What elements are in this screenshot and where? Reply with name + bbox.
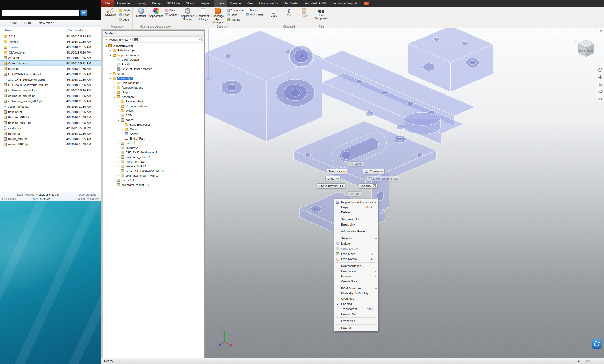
- file-row[interactable]: base.ipt4/5/2018 11:35 AM: [0, 66, 101, 71]
- tab-inspect[interactable]: Inspect: [199, 0, 214, 7]
- menu-item-contact-set[interactable]: Contact Set: [334, 311, 378, 317]
- tree-node[interactable]: ▷Representations: [103, 104, 204, 108]
- minimize-icon[interactable]: –: [591, 29, 592, 32]
- tree-node[interactable]: ▷collimator_mount:1: [103, 155, 204, 159]
- file-row[interactable]: mirror_MIR.ipt4/5/2018 11:35 AM: [0, 136, 101, 142]
- cut-button[interactable]: Cut: [282, 7, 296, 24]
- menu-item-repeat-visual-basic-editor[interactable]: Repeat Visual Basic Editor: [334, 200, 378, 205]
- file-row[interactable]: flexture4/5/2018 11:35 AM: [0, 39, 101, 44]
- new-folder-button[interactable]: New folder: [39, 21, 53, 25]
- tree-node[interactable]: ◢Assembly:1: [103, 94, 204, 99]
- collapse-icon[interactable]: ◢: [109, 77, 111, 79]
- tree-node[interactable]: ▷Relationships: [103, 81, 204, 85]
- viewport[interactable]: – □ × ⌂ FRONT RIGHT: [205, 28, 604, 358]
- expand-icon[interactable]: ▷: [113, 179, 116, 181]
- menu-item-isolate[interactable]: Isolate: [334, 241, 378, 246]
- tree-node[interactable]: ▷Solid2: [103, 132, 204, 136]
- menu-item-selection[interactable]: Selection▸: [334, 236, 378, 241]
- file-row[interactable]: CFC-2X-B-Solidworks_MIR.ipt4/5/2018 11:3…: [0, 82, 101, 88]
- tree-node[interactable]: ▷View: Default: [103, 57, 204, 62]
- menu-item-measure[interactable]: Measure▸: [334, 274, 378, 279]
- menu-item-delete[interactable]: Delete: [334, 210, 378, 215]
- expand-icon[interactable]: ▷: [117, 161, 120, 163]
- customize-button[interactable]: Customize: [226, 8, 244, 13]
- file-row[interactable]: CFC-2X-B-Solidworks.ipt4/5/2018 11:35 AM: [0, 71, 101, 77]
- tree-node[interactable]: ▷collimator_mount 2:1: [103, 183, 204, 187]
- expand-icon[interactable]: ▷: [121, 124, 124, 126]
- tree-node[interactable]: ▷CFC-2X-B-Solidworks_MIR:1: [103, 169, 204, 173]
- exchange-app-manager-button[interactable]: Exchange App Manager: [211, 7, 225, 24]
- add-ins-button[interactable]: Add-Ins: [226, 17, 244, 22]
- expand-icon[interactable]: ▷: [117, 156, 120, 158]
- tree-node[interactable]: ▷mirror:1: [103, 141, 204, 145]
- expand-icon[interactable]: ▷: [117, 114, 120, 116]
- column-header-name[interactable]: Name: [0, 27, 66, 33]
- file-row[interactable]: collimator_mount 2.ipt4/11/2018 5:10 PM: [0, 88, 101, 93]
- tree-node[interactable]: ▷Relationships: [103, 99, 204, 104]
- view-mode-dropdown[interactable]: Modeling View: [109, 38, 128, 41]
- desktop[interactable]: [0, 201, 101, 364]
- collapse-icon[interactable]: ◢: [105, 45, 107, 47]
- menu-item-add-to-new-folder[interactable]: Add to New Folder: [334, 229, 378, 234]
- file-row[interactable]: flexture_MIR.ipt4/5/2018 11:35 AM: [0, 115, 101, 120]
- group-label-measure[interactable]: Measure▾: [103, 24, 131, 29]
- burn-button[interactable]: Burn: [24, 21, 31, 25]
- menu-item-copy[interactable]: CopyCtrl+C: [334, 205, 378, 210]
- tab-sketch[interactable]: Sketch: [183, 0, 199, 7]
- file-row[interactable]: flexture_MIR1.ipt4/5/2018 11:35 AM: [0, 120, 101, 125]
- expand-icon[interactable]: ▷: [117, 105, 120, 107]
- tab-get-started[interactable]: Get Started: [281, 0, 302, 7]
- tree-node[interactable]: ▷Origin: [103, 127, 204, 132]
- file-row[interactable]: AOM.ipt4/5/2018 11:35 AM: [0, 55, 101, 60]
- menu-item-create-note[interactable]: Create Note: [334, 279, 378, 284]
- material-button[interactable]: Material: [134, 7, 148, 24]
- file-row[interactable]: mirror.ipt4/5/2018 11:35 AM: [0, 131, 101, 136]
- menu-item-bom-structure[interactable]: BOM Structure▸: [334, 286, 378, 291]
- menu-item-grounded[interactable]: ✓Grounded: [334, 296, 378, 301]
- find-component-button[interactable]: Find Component: [314, 7, 329, 24]
- look-at-icon[interactable]: [598, 98, 602, 100]
- paste-button[interactable]: Paste▾: [297, 7, 311, 24]
- file-row[interactable]: flexture.ipt4/5/2018 11:35 AM: [0, 109, 101, 115]
- expand-icon[interactable]: ▷: [117, 147, 120, 149]
- tree-node[interactable]: ▷Relationships: [103, 48, 204, 53]
- close-icon[interactable]: ×: [199, 32, 203, 36]
- address-input[interactable]: [2, 10, 79, 16]
- menu-item-how-to[interactable]: How To...: [334, 325, 378, 331]
- area-button[interactable]: Area: [118, 17, 131, 22]
- file-row[interactable]: mirror_MIR1.ipt4/5/2018 11:35 AM: [0, 142, 101, 147]
- loop-button[interactable]: Loop: [118, 13, 131, 17]
- restore-icon[interactable]: □: [596, 29, 597, 32]
- tree-node[interactable]: ▷Solid Bodies(1): [103, 122, 204, 127]
- autodesk-badge-icon[interactable]: [592, 339, 601, 349]
- menu-item-representation[interactable]: Representation...: [334, 263, 378, 268]
- expand-icon[interactable]: ▷: [121, 128, 124, 130]
- tree-node[interactable]: ▷mirror:1:1: [103, 178, 204, 183]
- tab-tools[interactable]: Tools: [214, 0, 227, 7]
- tree-node[interactable]: ▷Origin: [103, 90, 204, 94]
- tree-node[interactable]: ▷CFC-2X-B-Solidworks:2: [103, 150, 204, 155]
- menu-item-undo-isolate[interactable]: Undo Isolate: [334, 246, 378, 251]
- angle-button[interactable]: Angle: [118, 8, 131, 13]
- vba-editor-button[interactable]: VBA Editor: [245, 13, 264, 17]
- tree-node[interactable]: Position: [103, 62, 204, 67]
- refresh-arrows-icon[interactable]: ⇄: [80, 10, 87, 16]
- menu-item-imate-glyph-visibility[interactable]: iMate Glyph Visibility: [334, 291, 378, 296]
- file-row[interactable]: design notes.txt4/5/2018 11:35 AM: [0, 104, 101, 109]
- application-options-button[interactable]: Application Options: [180, 7, 195, 24]
- close-icon[interactable]: ×: [600, 29, 602, 32]
- file-row[interactable]: OldVersions4/11/2018 5:10 PM: [0, 50, 101, 55]
- menu-item-break-link[interactable]: Break Link: [334, 222, 378, 227]
- tab-simplify[interactable]: Simplify: [133, 0, 149, 7]
- menu-item-enabled[interactable]: ✓Enabled: [334, 301, 378, 306]
- tab-electromechanical[interactable]: Electromechanical: [329, 0, 359, 7]
- clear-button[interactable]: Clear: [164, 8, 177, 13]
- tree-node[interactable]: ▷Origin: [103, 108, 204, 113]
- document-settings-button[interactable]: Document Settings: [195, 7, 210, 24]
- expand-icon[interactable]: ▷: [117, 110, 120, 112]
- tree-node[interactable]: ▷AOM:1: [103, 113, 204, 118]
- group-label-material-and-appearance[interactable]: Material and Appearance▾: [134, 24, 177, 29]
- expand-icon[interactable]: ▷: [117, 142, 120, 144]
- expand-icon[interactable]: ▷: [117, 100, 120, 102]
- tree-node[interactable]: ▷flexture:2: [103, 145, 204, 150]
